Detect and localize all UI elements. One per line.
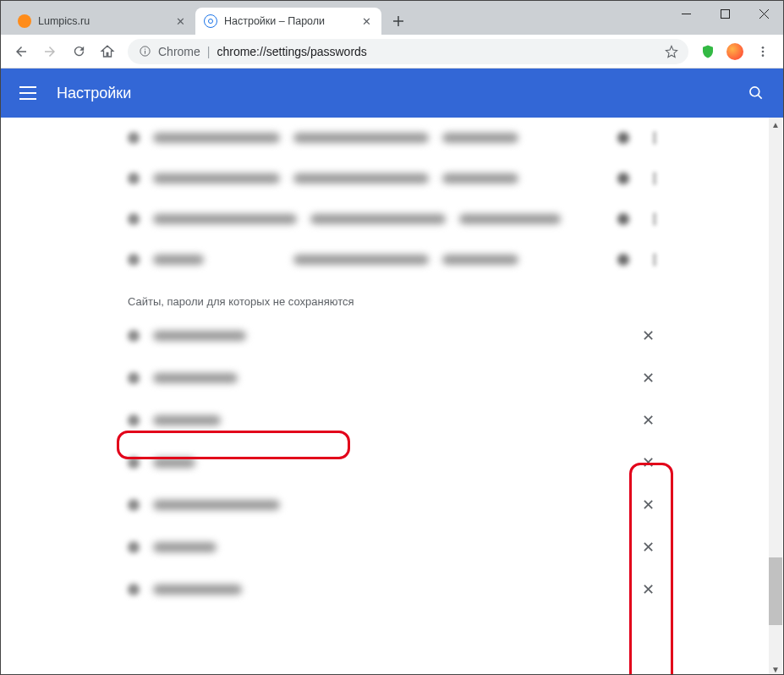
never-save-row[interactable]: ✕ — [111, 526, 673, 568]
row-menu-icon[interactable] — [653, 253, 656, 266]
site-name — [153, 173, 280, 184]
show-password-icon[interactable] — [617, 173, 629, 184]
username — [293, 133, 429, 143]
site-favicon — [128, 457, 140, 469]
site-favicon — [128, 499, 140, 511]
window-controls — [666, 1, 783, 26]
remove-button[interactable]: ✕ — [639, 454, 656, 471]
scroll-up-icon[interactable]: ▲ — [769, 118, 782, 131]
scrollbar-thumb[interactable] — [769, 557, 782, 625]
remove-button[interactable]: ✕ — [639, 497, 656, 513]
never-save-row[interactable]: ✕ — [111, 399, 673, 442]
saved-password-row[interactable] — [111, 199, 673, 239]
tab-strip: Lumpics.ru ✕ Настройки – Пароли ✕ — [1, 1, 410, 35]
site-name — [153, 584, 242, 595]
tab-title: Настройки – Пароли — [224, 15, 325, 27]
site-favicon — [128, 213, 140, 225]
search-icon[interactable] — [748, 85, 765, 102]
browser-toolbar: Chrome | chrome://settings/passwords — [1, 35, 783, 69]
remove-button[interactable]: ✕ — [639, 327, 656, 344]
row-menu-icon[interactable] — [653, 212, 656, 226]
row-menu-icon[interactable] — [653, 131, 656, 145]
site-name — [153, 500, 280, 510]
tab-title: Lumpics.ru — [38, 15, 90, 27]
password-masked — [442, 173, 518, 184]
never-save-heading: Сайты, пароли для которых не сохраняются — [111, 280, 673, 315]
site-name — [153, 373, 238, 383]
site-favicon — [128, 372, 140, 384]
never-save-row[interactable]: ✕ — [111, 442, 673, 484]
scroll-down-icon[interactable]: ▼ — [769, 662, 782, 675]
site-info-icon[interactable] — [138, 45, 151, 58]
forward-button[interactable] — [36, 38, 63, 65]
svg-point-3 — [762, 47, 765, 49]
site-favicon — [128, 330, 140, 342]
saved-password-row[interactable] — [111, 118, 673, 158]
close-window-button[interactable] — [744, 1, 783, 26]
site-favicon — [128, 541, 140, 553]
site-name — [153, 331, 246, 341]
show-password-icon[interactable] — [617, 132, 629, 144]
new-tab-button[interactable] — [387, 9, 410, 33]
close-icon[interactable]: ✕ — [173, 14, 187, 28]
tab-lumpics[interactable]: Lumpics.ru ✕ — [9, 8, 195, 35]
svg-rect-0 — [721, 9, 729, 18]
window-titlebar: Lumpics.ru ✕ Настройки – Пароли ✕ — [1, 1, 783, 35]
password-masked — [442, 255, 518, 265]
site-favicon — [128, 584, 140, 595]
extension-shield-icon[interactable] — [695, 39, 721, 64]
site-name — [153, 415, 221, 425]
bookmark-star-icon[interactable] — [665, 45, 678, 58]
settings-header: Настройки — [1, 69, 783, 118]
svg-point-2 — [144, 48, 145, 49]
menu-icon[interactable] — [19, 86, 36, 100]
site-favicon — [128, 254, 140, 266]
content-area: ▲ ▼ — [1, 118, 783, 675]
url-separator: | — [207, 45, 211, 58]
url-text: chrome://settings/passwords — [217, 45, 366, 58]
username — [293, 255, 429, 265]
browser-menu-button[interactable] — [749, 38, 776, 65]
maximize-button[interactable] — [705, 1, 744, 26]
page-title: Настройки — [57, 85, 131, 102]
saved-password-row[interactable] — [111, 239, 673, 280]
site-favicon — [128, 414, 140, 426]
reload-button[interactable] — [65, 38, 92, 65]
address-bar[interactable]: Chrome | chrome://settings/passwords — [128, 39, 688, 64]
username — [293, 173, 429, 184]
show-password-icon[interactable] — [617, 254, 629, 266]
site-name — [153, 255, 204, 265]
extension-circle-icon[interactable] — [722, 39, 748, 64]
minimize-button[interactable] — [666, 1, 705, 26]
never-save-row[interactable]: ✕ — [111, 568, 673, 611]
site-favicon — [128, 132, 140, 144]
row-menu-icon[interactable] — [653, 172, 656, 185]
remove-button[interactable]: ✕ — [639, 412, 656, 429]
never-save-row[interactable]: ✕ — [111, 357, 673, 399]
back-button[interactable] — [8, 38, 35, 65]
url-chip: Chrome — [158, 45, 200, 58]
svg-point-4 — [762, 50, 765, 52]
site-name — [153, 133, 280, 143]
username — [310, 214, 446, 224]
favicon-lumpics — [18, 14, 31, 28]
site-favicon — [128, 173, 140, 184]
favicon-settings — [204, 14, 217, 28]
remove-button[interactable]: ✕ — [639, 370, 656, 387]
svg-point-5 — [762, 54, 765, 57]
show-password-icon[interactable] — [617, 213, 629, 225]
never-save-row[interactable]: ✕ — [111, 315, 673, 357]
site-name — [153, 458, 195, 468]
home-button[interactable] — [94, 38, 121, 65]
close-icon[interactable]: ✕ — [359, 14, 373, 28]
remove-button[interactable]: ✕ — [639, 581, 656, 598]
site-name — [153, 214, 297, 224]
tab-settings-passwords[interactable]: Настройки – Пароли ✕ — [195, 8, 381, 35]
password-masked — [442, 133, 518, 143]
never-save-row[interactable]: ✕ — [111, 484, 673, 526]
settings-card: Сайты, пароли для которых не сохраняются… — [111, 118, 673, 611]
saved-password-row[interactable] — [111, 158, 673, 199]
remove-button[interactable]: ✕ — [639, 539, 656, 556]
svg-point-6 — [750, 87, 759, 96]
password-masked — [459, 214, 561, 224]
